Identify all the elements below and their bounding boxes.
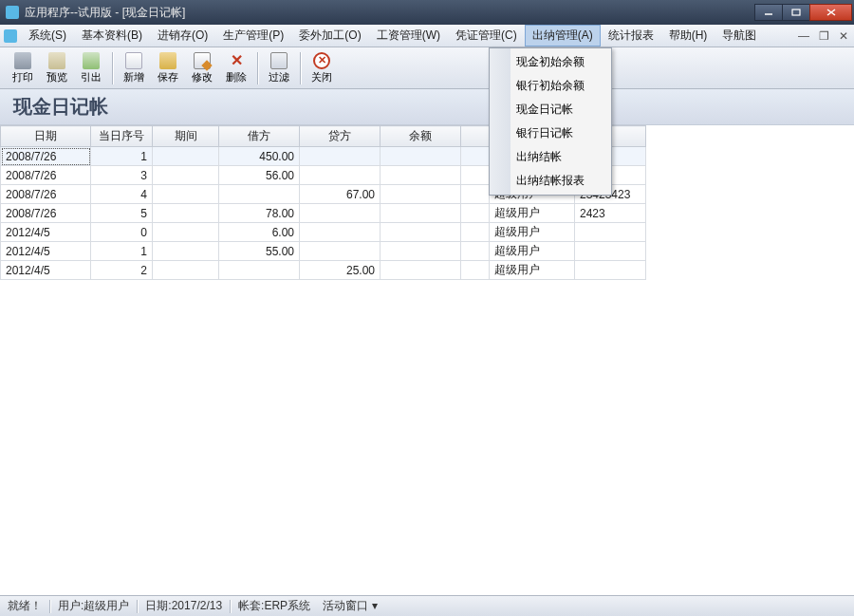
cell[interactable] — [300, 223, 381, 242]
cell[interactable]: 1 — [91, 147, 153, 166]
status-active-window[interactable]: 活动窗口 ▾ — [320, 598, 378, 614]
menu-item[interactable]: 导航图 — [715, 25, 764, 47]
cell[interactable] — [300, 242, 381, 261]
column-header[interactable]: 当日序号 — [91, 126, 153, 147]
cell[interactable] — [153, 261, 219, 280]
dropdown-item[interactable]: 出纳结帐报表 — [492, 169, 609, 193]
cell[interactable] — [381, 242, 461, 261]
mdi-close-icon[interactable]: ✕ — [839, 29, 848, 43]
cell[interactable] — [153, 223, 219, 242]
new-button[interactable]: 新增 — [117, 49, 151, 87]
mdi-restore-icon[interactable]: ❐ — [819, 29, 829, 43]
dropdown-item[interactable]: 银行初始余额 — [492, 74, 609, 98]
cell[interactable]: 2008/7/26 — [1, 147, 91, 166]
cell[interactable] — [153, 166, 219, 185]
column-header[interactable]: 余额 — [381, 126, 461, 147]
cell[interactable]: 超级用户 — [490, 261, 575, 280]
cell[interactable]: 6.00 — [219, 223, 300, 242]
cell[interactable] — [153, 242, 219, 261]
edit-button[interactable]: 修改 — [185, 49, 219, 87]
cell[interactable] — [461, 185, 490, 204]
cell[interactable] — [153, 204, 219, 223]
cell[interactable] — [575, 261, 646, 280]
cell[interactable]: 2 — [91, 261, 153, 280]
cell[interactable]: 超级用户 — [490, 223, 575, 242]
close-tab-button[interactable]: ✕关闭 — [305, 49, 339, 87]
cell[interactable]: 5 — [91, 204, 153, 223]
cell[interactable]: 55.00 — [219, 242, 300, 261]
close-button[interactable] — [809, 4, 852, 21]
cell[interactable] — [575, 242, 646, 261]
cell[interactable] — [219, 261, 300, 280]
cell[interactable] — [381, 204, 461, 223]
column-header[interactable]: 日期 — [1, 126, 91, 147]
menu-item[interactable]: 工资管理(W) — [369, 25, 448, 47]
cell[interactable] — [461, 166, 490, 185]
cell[interactable]: 0 — [91, 223, 153, 242]
cell[interactable]: 450.00 — [219, 147, 300, 166]
cell[interactable]: 2008/7/26 — [1, 166, 91, 185]
column-header[interactable] — [461, 126, 490, 147]
dropdown-item[interactable]: 出纳结帐 — [492, 145, 609, 169]
cell[interactable] — [381, 147, 461, 166]
table-row[interactable]: 2008/7/26578.00超级用户2423 — [1, 204, 646, 223]
print-button[interactable]: 打印 — [6, 49, 40, 87]
cell[interactable] — [300, 204, 381, 223]
dropdown-item[interactable]: 现金日记帐 — [492, 98, 609, 121]
cell[interactable]: 4 — [91, 185, 153, 204]
menu-item[interactable]: 帮助(H) — [661, 25, 715, 47]
cell[interactable]: 2423 — [575, 204, 646, 223]
cell[interactable] — [461, 242, 490, 261]
cell[interactable]: 2008/7/26 — [1, 204, 91, 223]
cell[interactable]: 2012/4/5 — [1, 242, 91, 261]
cell[interactable]: 3 — [91, 166, 153, 185]
menu-item[interactable]: 统计报表 — [601, 25, 661, 47]
cell[interactable]: 2012/4/5 — [1, 223, 91, 242]
filter-button[interactable]: 过滤 — [262, 49, 296, 87]
dropdown-item[interactable]: 现金初始余额 — [492, 50, 609, 74]
table-row[interactable]: 2012/4/5225.00超级用户 — [1, 261, 646, 280]
cell[interactable] — [153, 147, 219, 166]
table-row[interactable]: 2012/4/506.00超级用户 — [1, 223, 646, 242]
cell[interactable] — [461, 223, 490, 242]
dropdown-item[interactable]: 银行日记帐 — [492, 121, 609, 145]
cell[interactable] — [381, 185, 461, 204]
cell[interactable]: 超级用户 — [490, 204, 575, 223]
cell[interactable] — [300, 166, 381, 185]
cell[interactable] — [381, 261, 461, 280]
cell[interactable]: 2008/7/26 — [1, 185, 91, 204]
table-row[interactable]: 2012/4/5155.00超级用户 — [1, 242, 646, 261]
menu-item[interactable]: 生产管理(P) — [215, 25, 291, 47]
cell[interactable]: 67.00 — [300, 185, 381, 204]
export-button[interactable]: 引出 — [74, 49, 108, 87]
cell[interactable] — [461, 261, 490, 280]
save-button[interactable]: 保存 — [151, 49, 185, 87]
menu-item[interactable]: 凭证管理(C) — [448, 25, 525, 47]
cell[interactable] — [300, 147, 381, 166]
delete-button[interactable]: ✕删除 — [219, 49, 253, 87]
menu-item[interactable]: 委外加工(O) — [291, 25, 368, 47]
cell[interactable]: 56.00 — [219, 166, 300, 185]
menu-item[interactable]: 系统(S) — [21, 25, 74, 47]
column-header[interactable]: 贷方 — [300, 126, 381, 147]
cell[interactable] — [219, 185, 300, 204]
column-header[interactable]: 期间 — [153, 126, 219, 147]
mdi-minimize-icon[interactable]: — — [798, 29, 809, 43]
cell[interactable] — [575, 223, 646, 242]
cell[interactable]: 超级用户 — [490, 242, 575, 261]
cell[interactable]: 78.00 — [219, 204, 300, 223]
preview-button[interactable]: 预览 — [40, 49, 74, 87]
cell[interactable]: 1 — [91, 242, 153, 261]
cell[interactable] — [461, 204, 490, 223]
menu-item[interactable]: 基本资料(B) — [74, 25, 150, 47]
column-header[interactable]: 借方 — [219, 126, 300, 147]
cell[interactable] — [461, 147, 490, 166]
menu-item[interactable]: 进销存(O) — [150, 25, 215, 47]
cell[interactable] — [381, 166, 461, 185]
cell[interactable] — [381, 223, 461, 242]
menu-item[interactable]: 出纳管理(A) — [525, 25, 601, 47]
maximize-button[interactable] — [782, 4, 810, 21]
cell[interactable] — [153, 185, 219, 204]
minimize-button[interactable] — [754, 4, 783, 21]
cell[interactable]: 25.00 — [300, 261, 381, 280]
